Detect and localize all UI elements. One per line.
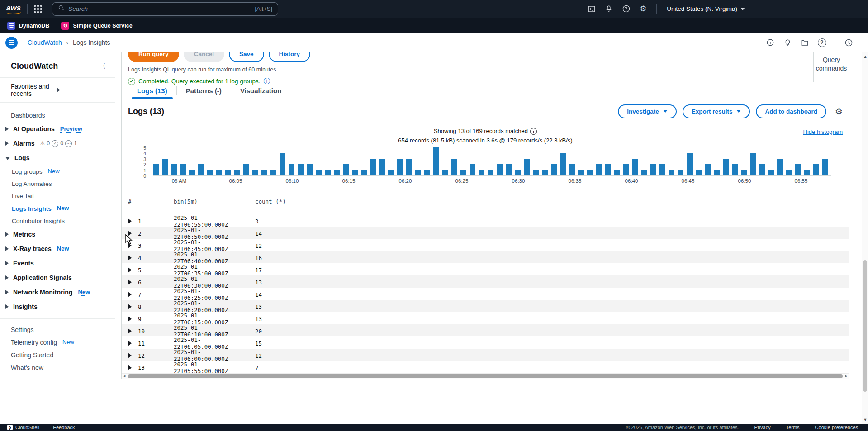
expand-row-icon[interactable]	[128, 365, 132, 370]
footer-cloudshell[interactable]: ❯ CloudShell	[7, 425, 39, 430]
histogram-bar[interactable]	[777, 159, 783, 175]
histogram-bar[interactable]	[460, 170, 466, 175]
sidebar-item-what-s-new[interactable]: What's new	[0, 361, 115, 374]
histogram-bar[interactable]	[379, 159, 385, 175]
histogram-bar[interactable]	[641, 170, 647, 175]
expand-row-icon[interactable]	[128, 341, 132, 346]
histogram-bar[interactable]	[795, 164, 801, 175]
expand-row-icon[interactable]	[128, 243, 132, 248]
histogram-bar[interactable]	[216, 170, 222, 175]
expand-row-icon[interactable]	[128, 304, 132, 309]
sidebar-item-dashboards[interactable]: Dashboards	[0, 109, 115, 122]
footer-feedback[interactable]: Feedback	[53, 425, 75, 430]
histogram-bar[interactable]	[542, 170, 548, 175]
histogram-bar[interactable]	[533, 170, 539, 175]
histogram-bar[interactable]	[162, 159, 168, 175]
sidebar-item-x-ray-traces[interactable]: X-Ray tracesNew	[0, 242, 115, 256]
new-link[interactable]: New	[78, 289, 90, 296]
expand-row-icon[interactable]	[128, 218, 132, 224]
scroll-up-icon[interactable]: ▲	[862, 53, 868, 60]
expand-row-icon[interactable]	[128, 279, 132, 285]
expand-row-icon[interactable]	[128, 328, 132, 334]
privacy-link[interactable]: Privacy	[754, 425, 771, 430]
info-icon[interactable]: i	[530, 128, 537, 135]
histogram-bar[interactable]	[406, 159, 412, 175]
histogram-bar[interactable]	[171, 164, 177, 175]
sidebar-item-live-tail[interactable]: Live Tail	[0, 190, 115, 202]
histogram-bar[interactable]	[442, 170, 448, 175]
hide-histogram-link[interactable]: Hide histogram	[803, 128, 843, 135]
histogram-bar[interactable]	[696, 170, 702, 175]
histogram-bar[interactable]	[614, 170, 620, 175]
chevron-right-icon[interactable]	[5, 261, 9, 265]
sidebar-item-metrics[interactable]: Metrics	[0, 227, 115, 242]
histogram-bar[interactable]	[261, 170, 267, 175]
history-button[interactable]: History	[269, 52, 311, 62]
add-to-dashboard-button[interactable]: Add to dashboard	[756, 104, 826, 118]
table-row[interactable]: 62025-01-22T06:30:00.000Z13	[122, 275, 849, 288]
chevron-down-icon[interactable]	[5, 157, 10, 160]
scroll-right-icon[interactable]: ►	[844, 374, 849, 378]
histogram-bar[interactable]	[189, 170, 195, 175]
histogram-bar[interactable]	[587, 170, 593, 175]
table-row[interactable]: 42025-01-22T06:40:00.000Z16	[122, 251, 849, 263]
region-selector[interactable]: United States (N. Virginia)	[667, 5, 745, 12]
search-input[interactable]: Search [Alt+S]	[52, 2, 278, 16]
histogram-bar[interactable]	[659, 164, 665, 175]
sidebar-item-insights[interactable]: Insights	[0, 299, 115, 314]
sidebar-item-telemetry-config[interactable]: Telemetry configNew	[0, 336, 115, 349]
lightbulb-icon[interactable]	[781, 36, 794, 49]
help-panel-icon[interactable]: ?	[815, 36, 829, 49]
histogram-bar[interactable]	[605, 164, 611, 175]
horizontal-scroll-thumb[interactable]	[128, 374, 843, 378]
histogram-bar[interactable]	[813, 164, 819, 175]
histogram-bar[interactable]	[578, 170, 584, 175]
expand-row-icon[interactable]	[128, 255, 132, 260]
histogram-bar[interactable]	[515, 170, 521, 175]
folder-icon[interactable]	[798, 36, 811, 49]
histogram-bar[interactable]	[669, 170, 674, 175]
histogram-bar[interactable]	[768, 170, 774, 175]
history-icon[interactable]	[842, 36, 855, 49]
histogram-bar[interactable]	[741, 170, 747, 175]
expand-row-icon[interactable]	[128, 292, 132, 297]
aws-logo[interactable]: aws	[6, 4, 21, 14]
preferences-gear-icon[interactable]: ⚙	[835, 106, 843, 117]
vertical-scrollbar[interactable]: ▲ ▼	[862, 52, 868, 424]
sidebar-item-logs[interactable]: Logs	[0, 151, 115, 165]
scroll-down-icon[interactable]: ▼	[862, 417, 868, 423]
histogram-bar[interactable]	[714, 170, 720, 175]
expand-row-icon[interactable]	[128, 316, 132, 322]
new-link[interactable]: New	[48, 168, 60, 175]
new-link[interactable]: New	[62, 339, 74, 346]
histogram-bar[interactable]	[433, 147, 439, 175]
preview-link[interactable]: Preview	[60, 125, 82, 133]
histogram-bar[interactable]	[361, 170, 367, 175]
expand-row-icon[interactable]	[128, 231, 132, 236]
histogram-bar[interactable]	[488, 170, 493, 175]
chevron-right-icon[interactable]	[5, 275, 9, 280]
chevron-right-icon[interactable]	[5, 232, 9, 237]
table-row[interactable]: 22025-01-22T06:50:00.000Z14	[122, 227, 849, 239]
histogram-bar[interactable]	[370, 159, 376, 175]
chevron-right-icon[interactable]	[5, 290, 9, 294]
chevron-right-icon[interactable]	[5, 127, 9, 131]
histogram-bar[interactable]	[479, 170, 484, 175]
histogram-bar[interactable]	[352, 170, 358, 175]
chevron-right-icon[interactable]	[5, 246, 9, 251]
table-row[interactable]: 12025-01-22T06:55:00.000Z3	[122, 214, 849, 227]
histogram-bar[interactable]	[289, 164, 294, 175]
histogram-bar[interactable]	[705, 164, 711, 175]
save-button[interactable]: Save	[229, 52, 264, 62]
investigate-button[interactable]: Investigate	[618, 104, 677, 118]
histogram-bar[interactable]	[623, 164, 629, 175]
sidebar-item-alarms[interactable]: Alarms⚠0✓0⋯1	[0, 136, 115, 151]
cloudshell-icon[interactable]	[584, 2, 599, 16]
sidebar-item-log-anomalies[interactable]: Log Anomalies	[0, 178, 115, 190]
histogram-bar[interactable]	[551, 164, 557, 175]
sidebar-item-contributor-insights[interactable]: Contributor Insights	[0, 215, 115, 227]
histogram-bar[interactable]	[723, 159, 729, 175]
histogram-bar[interactable]	[596, 164, 602, 175]
histogram-bar[interactable]	[243, 164, 249, 175]
sidebar-item-events[interactable]: Events	[0, 256, 115, 270]
